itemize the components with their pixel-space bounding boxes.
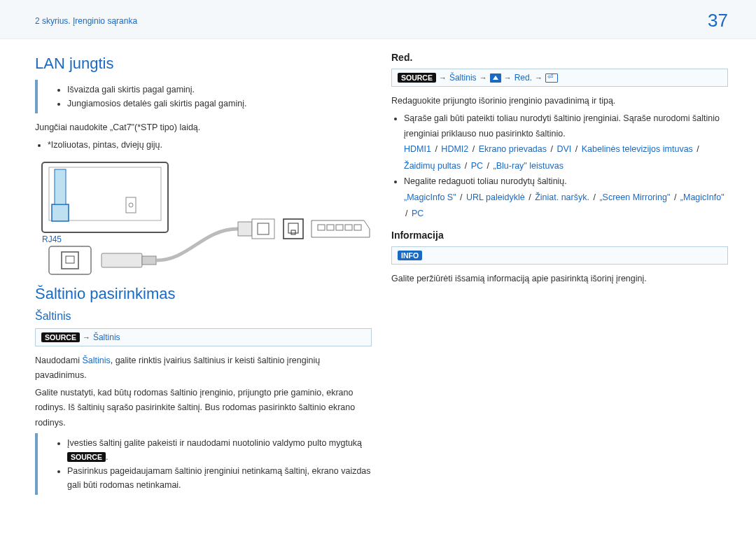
- list-item: Sąraše gali būti pateikti toliau nurodyt…: [404, 111, 728, 174]
- source-option: „Screen Mirroring": [599, 192, 670, 202]
- svg-rect-16: [291, 230, 295, 234]
- svg-rect-12: [252, 219, 274, 239]
- heading-info: Informacija: [391, 230, 728, 241]
- locked-sources-line: „MagicInfo S" / URL paleidyklė / Žiniat.…: [404, 190, 728, 223]
- heading-edit: Red.: [391, 52, 728, 63]
- list-item: Negalite redaguoti toliau nurodytų šalti…: [404, 174, 728, 223]
- up-nav-icon: [490, 73, 501, 83]
- source-option: PC: [412, 209, 424, 218]
- heading-lan: LAN jungtis: [35, 55, 372, 73]
- source-button-tag: SOURCE: [41, 332, 80, 342]
- path-item: Red.: [514, 73, 532, 83]
- svg-rect-10: [142, 256, 156, 265]
- arrow-icon: →: [535, 73, 542, 82]
- text: .: [106, 452, 108, 462]
- source-option: HDMI2: [441, 144, 468, 154]
- source-paragraph-1: Naudodami Šaltinis, galite rinktis įvair…: [35, 353, 372, 384]
- svg-rect-14: [284, 219, 303, 239]
- note-item: Jungiamosios detalės gali skirtis pagal …: [67, 97, 372, 111]
- source-term: Šaltinis: [82, 356, 110, 365]
- source-option: Ekrano prievadas: [479, 144, 547, 154]
- cable-sub: *Izoliuotas, pintas, dviejų gijų.: [48, 138, 372, 153]
- text: Negalite redaguoti toliau nurodytų šalti…: [404, 176, 567, 186]
- arrow-icon: →: [479, 73, 487, 82]
- cable-instruction: Jungčiai naudokite „Cat7"(*STP tipo) lai…: [35, 120, 372, 135]
- note-item: Pasirinkus pageidaujamam šaltinio įrengi…: [67, 464, 372, 492]
- nav-path-info: INFO: [391, 246, 728, 265]
- lan-diagram: RJ45: [35, 159, 371, 278]
- source-option: Kabelinės televizijos imtuvas: [582, 144, 693, 154]
- path-item: Šaltinis: [93, 332, 120, 342]
- chapter-label: 2 skyrius. Įrenginio sąranka: [35, 16, 137, 26]
- svg-rect-3: [55, 169, 66, 204]
- editable-sources-line: HDMI1 / HDMI2 / Ekrano prievadas / DVI /…: [404, 141, 728, 175]
- info-paragraph: Galite peržiūrėti išsamią informaciją ap…: [391, 272, 728, 286]
- source-option: URL paleidyklė: [466, 192, 525, 202]
- svg-rect-11: [238, 222, 252, 236]
- note-block-lan: Išvaizda gali skirtis pagal gaminį. Jung…: [35, 80, 372, 113]
- source-option: PC: [471, 161, 483, 171]
- note-item: Įvesties šaltinį galite pakeisti ir naud…: [67, 436, 372, 464]
- page-header: 2 skyrius. Įrenginio sąranka 37: [0, 0, 756, 39]
- source-button-tag: SOURCE: [398, 73, 436, 83]
- source-option: „MagicInfo S": [404, 192, 456, 202]
- info-button-tag: INFO: [398, 251, 422, 260]
- note-item: Išvaizda gali skirtis pagal gaminį.: [67, 83, 372, 97]
- page-content: LAN jungtis Išvaizda gali skirtis pagal …: [0, 39, 756, 516]
- arrow-icon: →: [504, 73, 512, 82]
- svg-rect-2: [52, 204, 69, 221]
- note-block-source: Įvesties šaltinį galite pakeisti ir naud…: [35, 433, 372, 495]
- rj45-label: RJ45: [42, 234, 62, 244]
- source-option: Žiniat. naršyk.: [535, 192, 589, 202]
- source-option: Žaidimų pultas: [404, 161, 461, 171]
- nav-path-source: SOURCE → Šaltinis: [35, 328, 372, 346]
- svg-rect-15: [288, 223, 298, 233]
- heading-source-selection: Šaltinio pasirinkimas: [35, 285, 372, 303]
- source-option: „Blu-ray" leistuvas: [493, 161, 564, 171]
- text: Naudodami: [35, 356, 82, 365]
- text: Įvesties šaltinį galite pakeisti ir naud…: [67, 438, 362, 448]
- arrow-icon: →: [439, 73, 447, 82]
- source-option: HDMI1: [404, 144, 431, 154]
- svg-rect-6: [49, 246, 91, 274]
- subheading-source: Šaltinis: [35, 310, 372, 323]
- source-paragraph-2: Galite nustatyti, kad būtų rodomas šalti…: [35, 386, 372, 430]
- arrow-icon: →: [83, 333, 90, 342]
- source-button-tag: SOURCE: [67, 452, 106, 462]
- svg-rect-9: [102, 253, 142, 267]
- lan-diagram-svg: [35, 159, 371, 278]
- source-option: „MagicInfo": [680, 192, 724, 202]
- path-item: Šaltinis: [449, 73, 477, 83]
- left-column: LAN jungtis Išvaizda gali skirtis pagal …: [35, 52, 372, 502]
- text: Sąraše gali būti pateikti toliau nurodyt…: [404, 113, 720, 138]
- nav-path-edit: SOURCE → Šaltinis → → Red. →: [391, 69, 728, 87]
- right-column: Red. SOURCE → Šaltinis → → Red. → Redagu…: [391, 52, 728, 502]
- source-option: DVI: [556, 144, 571, 154]
- enter-icon: [545, 73, 558, 83]
- page-number: 37: [708, 10, 728, 31]
- edit-paragraph: Redaguokite prijungto išorinio įrenginio…: [391, 94, 728, 108]
